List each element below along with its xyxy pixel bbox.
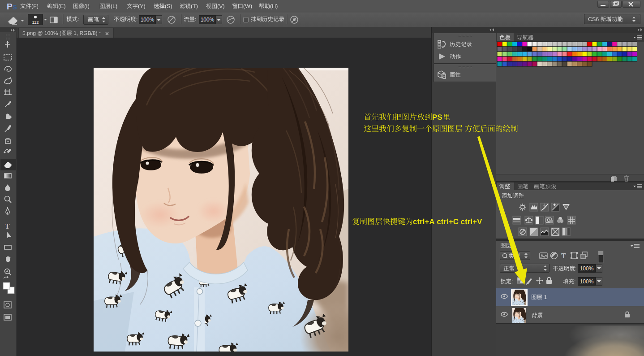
- svg-text:100%: 100%: [580, 278, 594, 285]
- svg-text:100%: 100%: [201, 17, 215, 23]
- svg-text:100%: 100%: [141, 17, 155, 23]
- svg-text:T: T: [5, 222, 10, 230]
- svg-text:T: T: [561, 252, 566, 260]
- svg-text:100%: 100%: [580, 265, 594, 272]
- svg-text:112: 112: [32, 20, 39, 25]
- svg-text:Ps: Ps: [7, 2, 17, 11]
